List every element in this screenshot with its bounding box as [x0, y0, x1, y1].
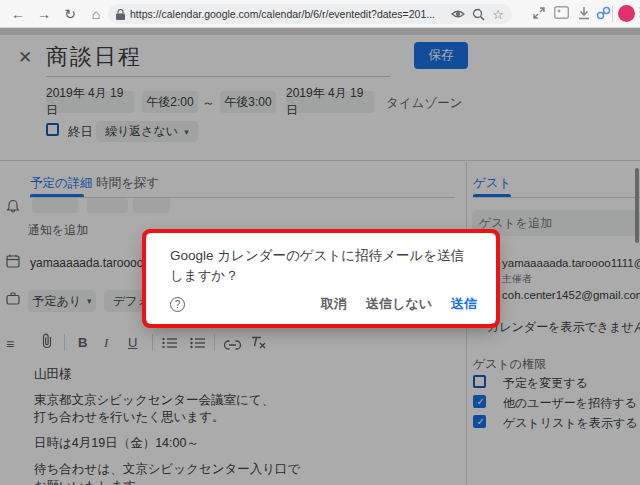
bookmark-star-icon[interactable]: ☆ [492, 8, 504, 21]
page-top-shadow [0, 28, 640, 35]
link-icon[interactable] [596, 6, 611, 20]
address-bar[interactable]: https://calendar.google.com/calendar/b/6… [108, 4, 512, 24]
toolbar-divider [612, 6, 613, 22]
url-text: https://calendar.google.com/calendar/b/6… [130, 8, 444, 20]
extension-expand-icon[interactable] [532, 6, 546, 20]
zoom-icon[interactable] [472, 8, 485, 21]
reload-icon[interactable]: ↻ [60, 4, 80, 24]
download-icon[interactable] [577, 6, 591, 20]
back-icon[interactable]: ← [8, 4, 28, 24]
screen: ← → ↻ ⌂ https://calendar.google.com/cale… [0, 0, 640, 485]
forward-icon[interactable]: → [34, 4, 54, 24]
extension-image-icon[interactable] [554, 6, 569, 19]
eye-icon[interactable] [451, 8, 465, 20]
browser-toolbar: ← → ↻ ⌂ https://calendar.google.com/cale… [0, 0, 640, 28]
lock-icon [116, 9, 125, 20]
annotation-highlight-box [142, 229, 500, 328]
home-icon[interactable]: ⌂ [86, 4, 106, 24]
profile-avatar[interactable] [618, 5, 635, 22]
browser-menu-icon[interactable]: ⋮ [634, 4, 640, 19]
